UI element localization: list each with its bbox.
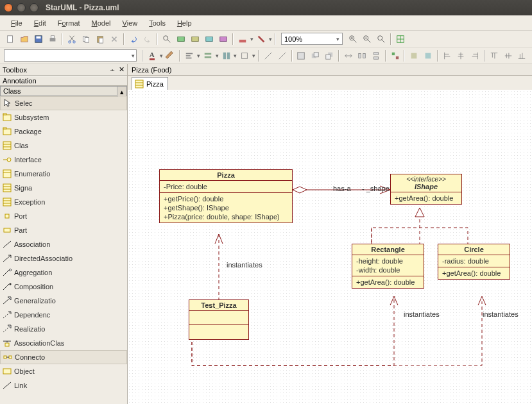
- al4-icon[interactable]: [488, 49, 501, 62]
- tool-assocclass[interactable]: AssociationClas: [0, 336, 127, 350]
- copy-icon[interactable]: [80, 33, 92, 46]
- save-icon[interactable]: [32, 33, 45, 46]
- al3-icon[interactable]: [468, 49, 481, 62]
- close-window-icon[interactable]: [4, 3, 13, 12]
- zoom-fit-icon[interactable]: [375, 33, 388, 46]
- svg-rect-45: [3, 128, 6, 129]
- layout-icon[interactable]: [394, 33, 407, 46]
- menu-model[interactable]: Model: [92, 19, 111, 27]
- al6-icon[interactable]: [515, 49, 528, 62]
- class-attributes: -Price: double: [160, 181, 292, 193]
- tool-generalization[interactable]: Generalizatio: [0, 294, 127, 308]
- al2-icon[interactable]: [455, 49, 468, 62]
- class-pizza[interactable]: Pizza -Price: double +getPrice(): double…: [159, 169, 293, 223]
- menu-tools[interactable]: Tools: [149, 19, 166, 27]
- tool-connector[interactable]: Connecto: [0, 350, 127, 364]
- close-icon[interactable]: ✕: [119, 65, 124, 74]
- tool-c-icon[interactable]: [203, 33, 216, 46]
- find-icon[interactable]: [160, 33, 173, 46]
- new-icon[interactable]: [4, 33, 17, 46]
- tool-association[interactable]: Association: [0, 237, 127, 251]
- svg-rect-27: [227, 52, 229, 59]
- connector-icon: [3, 353, 12, 362]
- tool-realization[interactable]: Realizatio: [0, 322, 127, 336]
- delete-icon[interactable]: [108, 33, 121, 46]
- tool-dependency[interactable]: Dependenc: [0, 308, 127, 322]
- menu-help[interactable]: Help: [177, 19, 192, 27]
- maximize-window-icon[interactable]: [30, 3, 39, 12]
- dropdown-icon[interactable]: ▾: [160, 53, 163, 59]
- assoc-icon: [3, 240, 12, 249]
- cut-icon[interactable]: [65, 33, 78, 46]
- misc-b-icon[interactable]: [422, 49, 434, 62]
- tool-b-icon[interactable]: [189, 33, 202, 46]
- tool-interface[interactable]: Interface: [0, 153, 127, 167]
- zoom-combo[interactable]: 100%▾: [281, 33, 343, 45]
- menu-edit[interactable]: Edit: [34, 19, 46, 27]
- distr-c-icon[interactable]: [370, 49, 382, 62]
- tool-link[interactable]: Link: [0, 378, 127, 392]
- zoom-out-icon[interactable]: [361, 33, 373, 46]
- misc-a-icon[interactable]: [408, 49, 420, 62]
- diagram-canvas[interactable]: Pizza -Price: double +getPrice(): double…: [128, 90, 532, 404]
- style-a-icon[interactable]: [389, 49, 402, 62]
- tool-a-icon[interactable]: [175, 33, 187, 46]
- section-class-label: Class: [3, 87, 21, 95]
- distr-b-icon[interactable]: [356, 49, 368, 62]
- scroll-up-icon[interactable]: ▴: [117, 87, 126, 97]
- menu-view[interactable]: View: [123, 19, 138, 27]
- section-class[interactable]: Class ▴: [0, 86, 127, 96]
- tool-subsystem[interactable]: Subsystem: [0, 110, 127, 124]
- group-a-icon[interactable]: [295, 49, 308, 62]
- redo-icon[interactable]: [141, 33, 154, 46]
- al5-icon[interactable]: [502, 49, 515, 62]
- tool-object[interactable]: Object: [0, 364, 127, 378]
- line-color-icon[interactable]: [255, 33, 268, 46]
- group-b-icon[interactable]: [309, 49, 322, 62]
- class-name: Pizza: [160, 170, 292, 181]
- dropdown-icon[interactable]: ▾: [250, 36, 253, 42]
- undo-icon[interactable]: [127, 33, 140, 46]
- minimize-window-icon[interactable]: [17, 3, 26, 12]
- align-d-icon[interactable]: [238, 49, 251, 62]
- line-b-icon[interactable]: [276, 49, 289, 62]
- tool-port[interactable]: Port: [0, 209, 127, 223]
- print-icon[interactable]: [46, 33, 59, 46]
- tool-d-icon[interactable]: [217, 33, 230, 46]
- fill-color-icon[interactable]: [236, 33, 249, 46]
- class-rectangle[interactable]: Rectangle -height: double -width: double…: [352, 244, 424, 289]
- interface-ishape[interactable]: <<interface>> IShape +getArea(): double: [390, 174, 462, 205]
- al1-icon[interactable]: [441, 49, 454, 62]
- tool-part[interactable]: Part: [0, 223, 127, 237]
- open-icon[interactable]: [18, 33, 31, 46]
- class-circle[interactable]: Circle -radius: double +getArea(): doubl…: [438, 244, 510, 280]
- dropdown-icon[interactable]: ▾: [269, 36, 272, 42]
- menu-file[interactable]: File: [11, 19, 22, 27]
- align-b-icon[interactable]: [202, 49, 214, 62]
- tab-pizza[interactable]: Pizza: [132, 77, 168, 90]
- tool-composition[interactable]: Composition: [0, 280, 127, 294]
- class-testpizza[interactable]: Test_Pizza: [189, 299, 249, 340]
- tool-directed[interactable]: DirectedAssociatio: [0, 251, 127, 265]
- tool-signal[interactable]: Signa: [0, 181, 127, 195]
- distr-a-icon[interactable]: [342, 49, 355, 62]
- tool-package[interactable]: Package: [0, 124, 127, 139]
- font-color-icon[interactable]: A: [146, 49, 159, 62]
- tool-exception[interactable]: Exception: [0, 195, 127, 209]
- tool-select[interactable]: Selec: [0, 96, 127, 110]
- align-c-icon[interactable]: [220, 49, 233, 62]
- group-c-icon[interactable]: [323, 49, 336, 62]
- tool-class[interactable]: Clas: [0, 139, 127, 153]
- tool-enumeration[interactable]: Enumeratio: [0, 167, 127, 181]
- brush-icon[interactable]: [164, 49, 177, 62]
- zoom-in-icon[interactable]: [347, 33, 359, 46]
- line-a-icon[interactable]: [262, 49, 275, 62]
- tool-aggregation[interactable]: Aggregation: [0, 265, 127, 280]
- pin-icon[interactable]: ⫠: [109, 65, 116, 74]
- link-icon: [3, 381, 12, 390]
- paste-icon[interactable]: [94, 33, 107, 46]
- align-a-icon[interactable]: [183, 49, 196, 62]
- font-combo[interactable]: ▾: [4, 49, 137, 62]
- section-annotation[interactable]: Annotation: [0, 76, 127, 86]
- menu-format[interactable]: Format: [58, 19, 80, 27]
